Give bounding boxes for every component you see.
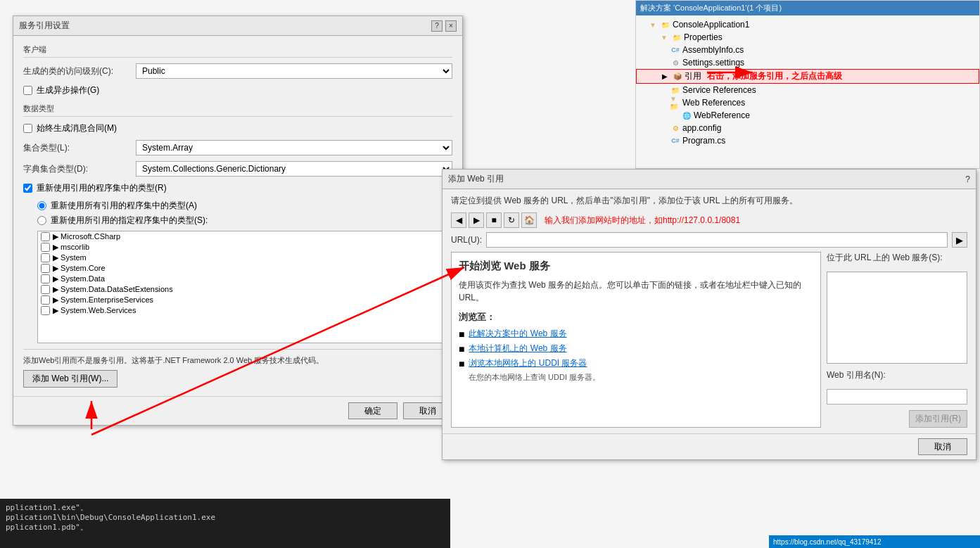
collection-type-label: 集合类型(L): bbox=[23, 142, 136, 154]
list-item[interactable]: ▶ System.Web.Services bbox=[38, 305, 452, 316]
dialog-content: 客户端 生成的类的访问级别(C): Public 生成异步操作(G) 数据类型 … bbox=[13, 36, 462, 396]
awr-help-btn[interactable]: ? bbox=[965, 174, 970, 184]
close-button[interactable]: × bbox=[445, 20, 457, 32]
awr-toolbar: ◀ ▶ ■ ↻ 🏠 输入我们添加网站时的地址，如http://127.0.0.1… bbox=[451, 212, 967, 228]
assembly-list: ▶ Microsoft.CSharp ▶ mscorlib ▶ System ▶… bbox=[37, 231, 452, 343]
project-label: ConsoleApplication1 bbox=[673, 20, 749, 30]
list-item[interactable]: ▶ mscorlib bbox=[38, 242, 452, 253]
folder-icon-svcref: 📁 bbox=[670, 84, 681, 96]
se-item-service-refs[interactable]: 📁 Service References bbox=[636, 84, 979, 96]
se-item-appconfig[interactable]: ⚙ app.config bbox=[636, 122, 979, 134]
web-services-list bbox=[827, 272, 967, 364]
appconfig-label: app.config bbox=[682, 123, 721, 133]
awr-footer: 取消 bbox=[443, 433, 976, 459]
back-button[interactable]: ◀ bbox=[451, 212, 466, 228]
refresh-button[interactable]: ↻ bbox=[504, 212, 519, 228]
web-ref-name-label: Web 引用名(N): bbox=[827, 369, 967, 381]
reuse-all-label: 重新使用所有引用的程序集中的类型(A) bbox=[51, 200, 197, 212]
solution-explorer: 解决方案 'ConsoleApplication1'(1 个项目) ▼ 📁 Co… bbox=[635, 0, 980, 169]
confirm-button[interactable]: 确定 bbox=[348, 402, 397, 419]
reuse-specific-radio[interactable] bbox=[37, 216, 46, 225]
url-hint: 输入我们添加网站时的地址，如http://127.0.0.1/8081 bbox=[545, 215, 967, 227]
url-row: URL(U): ▶ bbox=[451, 232, 967, 248]
browse-link-1: ■ 此解决方案中的 Web 服务 bbox=[459, 328, 813, 340]
help-button[interactable]: ? bbox=[431, 20, 443, 32]
uddi-sub-text: 在您的本地网络上查询 UDDI 服务器。 bbox=[469, 372, 813, 383]
bullet-1: ■ bbox=[459, 329, 464, 340]
assembly-label: AssemblyInfo.cs bbox=[682, 45, 744, 55]
list-item[interactable]: ▶ System bbox=[38, 253, 452, 263]
reuse-radio-group: 重新使用所有引用的程序集中的类型(A) 重新使用所引用的指定程序集中的类型(S)… bbox=[37, 200, 452, 227]
se-item-webreference[interactable]: 🌐 WebReference bbox=[636, 109, 979, 122]
add-web-ref-button[interactable]: 添加 Web 引用(W)... bbox=[23, 370, 117, 388]
awr-titlebar: 添加 Web 引用 ? bbox=[443, 170, 976, 189]
se-item-settings[interactable]: ⚙ Settings.settings bbox=[636, 56, 979, 69]
output-line-3: pplication1.pdb"。 bbox=[6, 522, 445, 533]
list-item[interactable]: ▶ System.Data bbox=[38, 274, 452, 284]
web-ref-name-input[interactable] bbox=[827, 389, 967, 404]
se-item-programcs[interactable]: C# Program.cs bbox=[636, 134, 979, 147]
awr-content: 请定位到提供 Web 服务的 URL，然后单击"添加引用"，添加位于该 URL … bbox=[443, 189, 976, 433]
awr-cancel-button[interactable]: 取消 bbox=[918, 438, 967, 455]
right-panel-label: 位于此 URL 上的 Web 服务(S): bbox=[827, 252, 967, 264]
link-local-services[interactable]: 本地计算机上的 Web 服务 bbox=[469, 343, 566, 355]
ref-label: 引用 bbox=[685, 70, 701, 82]
link-solution-services[interactable]: 此解决方案中的 Web 服务 bbox=[469, 328, 566, 340]
home-button[interactable]: 🏠 bbox=[521, 212, 537, 228]
async-ops-checkbox[interactable] bbox=[23, 86, 32, 95]
always-generate-checkbox[interactable] bbox=[23, 124, 32, 133]
reuse-all-radio[interactable] bbox=[37, 201, 46, 210]
list-item[interactable]: ▶ System.Data.DataSetExtensions bbox=[38, 284, 452, 295]
dict-type-select[interactable]: System.Collections.Generic.Dictionary bbox=[136, 161, 452, 177]
output-panel: pplication1.exe"。 pplication1\bin\Debug\… bbox=[0, 499, 450, 548]
ref-annotation: 右击，添加服务引用，之后点击高级 bbox=[707, 70, 842, 82]
add-reference-button[interactable]: 添加引用(R) bbox=[909, 410, 967, 428]
props-label: Properties bbox=[684, 32, 723, 42]
dialog-footer: 确定 取消 bbox=[13, 396, 462, 425]
output-line-1: pplication1.exe"。 bbox=[6, 502, 445, 513]
se-item-project[interactable]: ▼ 📁 ConsoleApplication1 bbox=[636, 18, 979, 31]
bottom-url-bar: https://blog.csdn.net/qq_43179412 bbox=[769, 535, 980, 548]
titlebar-buttons: ? × bbox=[431, 20, 457, 32]
se-item-properties[interactable]: ▼ 📁 Properties bbox=[636, 31, 979, 44]
reuse-all-row: 重新使用所有引用的程序集中的类型(A) bbox=[37, 200, 452, 212]
project-icon: 📁 bbox=[660, 19, 671, 30]
svcref-label: Service References bbox=[682, 85, 756, 95]
list-item[interactable]: ▶ System.EnterpriseServices bbox=[38, 295, 452, 305]
forward-button[interactable]: ▶ bbox=[469, 212, 484, 228]
access-level-row: 生成的类的访问级别(C): Public bbox=[23, 63, 452, 79]
bottom-url-text: https://blog.csdn.net/qq_43179412 bbox=[773, 538, 881, 546]
browse-to-label: 浏览至： bbox=[459, 311, 813, 324]
se-header: 解决方案 'ConsoleApplication1'(1 个项目) bbox=[636, 1, 979, 15]
client-section-title: 客户端 bbox=[23, 44, 452, 58]
bullet-2: ■ bbox=[459, 343, 464, 355]
se-item-assemblyinfo[interactable]: C# AssemblyInfo.cs bbox=[636, 44, 979, 56]
programcs-label: Program.cs bbox=[682, 136, 725, 146]
cs-icon-program: C# bbox=[670, 135, 681, 146]
list-item[interactable]: ▶ Microsoft.CSharp bbox=[38, 231, 452, 242]
collection-type-row: 集合类型(L): System.Array bbox=[23, 140, 452, 155]
collection-type-select[interactable]: System.Array bbox=[136, 140, 452, 155]
bullet-3: ■ bbox=[459, 358, 464, 369]
list-item[interactable]: ▶ System.Core bbox=[38, 263, 452, 274]
access-level-select[interactable]: Public bbox=[136, 63, 452, 79]
se-item-web-refs[interactable]: ▼📁 Web References bbox=[636, 96, 979, 109]
browse-panel: 开始浏览 Web 服务 使用该页作为查找 Web 服务的起始点。您可以单击下面的… bbox=[451, 252, 821, 428]
always-generate-row: 始终生成消息合同(M) bbox=[23, 122, 452, 134]
url-input[interactable] bbox=[486, 232, 948, 248]
service-ref-titlebar: 服务引用设置 ? × bbox=[13, 16, 462, 36]
link-uddi-services[interactable]: 浏览本地网络上的 UDDI 服务器 bbox=[469, 357, 587, 369]
stop-button[interactable]: ■ bbox=[486, 212, 502, 228]
settings-icon: ⚙ bbox=[670, 57, 681, 68]
cs-icon-assembly: C# bbox=[670, 44, 681, 56]
browse-link-2: ■ 本地计算机上的 Web 服务 bbox=[459, 343, 813, 355]
reuse-types-row: 重新使用引用的程序集中的类型(R) bbox=[23, 182, 452, 194]
compatibility-section: 添加Web引用而不是服务引用。这将基于.NET Framework 2.0 We… bbox=[23, 349, 452, 388]
expand-icon: ▼ bbox=[647, 19, 658, 30]
access-level-label: 生成的类的访问级别(C): bbox=[23, 65, 136, 77]
se-item-ref[interactable]: ▶ 📦 引用 右击，添加服务引用，之后点击高级 bbox=[636, 69, 979, 84]
reuse-types-checkbox[interactable] bbox=[23, 184, 32, 193]
awr-title: 添加 Web 引用 bbox=[448, 173, 504, 185]
always-generate-label: 始终生成消息合同(M) bbox=[37, 122, 117, 134]
url-go-button[interactable]: ▶ bbox=[952, 232, 967, 248]
